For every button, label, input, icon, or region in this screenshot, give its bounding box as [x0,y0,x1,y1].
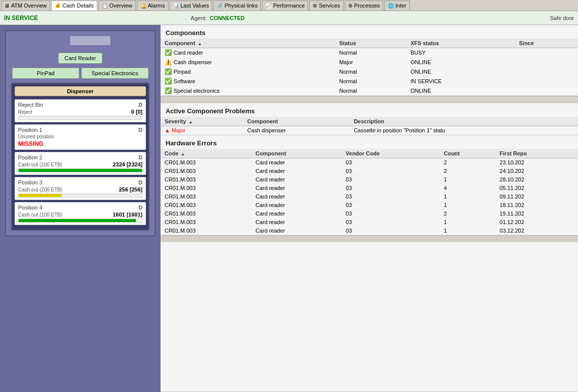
middle-buttons-area: PinPad Special Electronics [11,68,150,79]
table-row: CR01.M.003 Card reader 03 1 01.12.202 [161,218,578,227]
card-reader-button[interactable]: Card Reader [58,53,103,64]
col-component[interactable]: Component ▲ [161,39,335,48]
right-panel: Components Component ▲ Status XFS status… [161,25,578,392]
tab-alarms[interactable]: 🔔 Alarms [137,1,169,11]
position-4-progress [18,219,142,223]
col-vendor-code[interactable]: Vendor Code [342,149,440,158]
col-first-rep[interactable]: First Repo [496,149,578,158]
cassette-position-3: Position 3 D Cash out (200 ETB) 256 [256… [15,177,146,200]
col-severity[interactable]: Severity ▲ [161,117,243,126]
components-title: Components [161,25,578,39]
table-row: ✅ Card reader Normal BUSY [161,48,578,58]
col-count[interactable]: Count [440,149,495,158]
dispenser-container: Dispenser Reject Bin D Reject 0 [0] [11,83,150,231]
table-row: ▲ Major Cash dispenser Cassette in posit… [161,126,578,135]
col-status[interactable]: Status [335,39,406,48]
status-ok-icon: ✅ [165,78,172,85]
alarm-icon: 🔔 [140,3,147,9]
col-description[interactable]: Description [350,117,578,126]
table-row: CR01.M.003 Card reader 03 2 23.10.202 [161,158,578,167]
cassette-position-4: Position 4 D Cash out (100 ETB) 1601 [16… [15,202,146,225]
problems-table: Severity ▲ Component Description ▲ Major… [161,117,578,135]
performance-icon: 📈 [265,3,271,9]
errors-scroll[interactable]: Code ▲ Component Vendor Code Count First… [161,149,578,235]
service-state: IN SERVICE [4,15,38,22]
errors-title: Hardware Errors [161,135,578,149]
table-row: CR01.M.003 Card reader 03 2 24.10.202 [161,167,578,175]
errors-hscroll[interactable] [161,235,578,242]
status-ok-icon: ✅ [165,68,172,75]
tab-inter[interactable]: 🌐 Inter [384,1,410,11]
components-scroll[interactable]: Component ▲ Status XFS status Since ✅ Ca… [161,39,578,96]
chart-icon: 📊 [173,3,179,9]
col-component[interactable]: Component [251,149,342,158]
severity-major-icon: ▲ Major [165,127,185,133]
table-row: CR01.M.003 Card reader 03 4 05.11.202 [161,184,578,192]
pinpad-button[interactable]: PinPad [12,68,79,79]
table-row: ⚠️ Cash dispenser Major ONLINE [161,58,578,67]
special-electronics-button[interactable]: Special Electronics [81,68,149,79]
table-row: CR01.M.003 Card reader 03 1 09.11.202 [161,192,578,201]
table-row: ✅ Special electronics Normal ONLINE [161,86,578,96]
tab-services[interactable]: ⚙ Services [309,1,343,11]
table-row: CR01.M.003 Card reader 03 1 03.12.202 [161,227,578,235]
tab-physical-links[interactable]: 🔗 Physical links [213,1,261,11]
main-layout: Card Reader PinPad Special Electronics D… [0,25,578,392]
tab-performance[interactable]: 📈 Performance [262,1,308,11]
overview-icon: 📋 [102,3,108,9]
agent-status: Agent: CONNECTED [191,15,245,21]
status-ok-icon: ✅ [165,49,172,56]
atm-diagram: Card Reader PinPad Special Electronics D… [5,30,156,237]
tab-cash-details[interactable]: 💰 Cash Details [51,1,97,11]
link-icon: 🔗 [217,3,223,9]
components-section: Components Component ▲ Status XFS status… [161,25,578,103]
inter-icon: 🌐 [388,3,394,9]
components-table: Component ▲ Status XFS status Since ✅ Ca… [161,39,578,96]
components-hscroll[interactable] [161,96,578,103]
tab-last-values[interactable]: 📊 Last Values [170,1,213,11]
table-row: ✅ Software Normal IN SERVICE [161,77,578,86]
col-since[interactable]: Since [515,39,578,48]
col-xfs[interactable]: XFS status [406,39,515,48]
tab-overview[interactable]: 📋 Overview [98,1,136,11]
position-2-progress [18,168,142,172]
tab-bar: 🖥 ATM Overview 💰 Cash Details 📋 Overview… [0,0,578,11]
cassette-position-2: Position 2 D Cash out (100 ETB) 2324 [23… [15,152,146,175]
problems-section: Active Component Problems Severity ▲ Com… [161,103,578,135]
status-warn-icon: ⚠️ [165,59,172,66]
status-ok-icon: ✅ [165,87,172,94]
processes-icon: ⚙ [348,3,353,9]
cash-icon: 💰 [55,3,61,8]
table-row: CR01.M.003 Card reader 03 1 28.10.202 [161,175,578,184]
errors-table: Code ▲ Component Vendor Code Count First… [161,149,578,235]
monitor-icon: 🖥 [5,3,10,9]
problems-scroll[interactable]: Severity ▲ Component Description ▲ Major… [161,117,578,135]
cassette-position-1: Position 1 D Unused position MISSING [15,124,146,150]
col-code[interactable]: Code ▲ [161,149,251,158]
dispenser-header: Dispenser [15,86,146,96]
left-panel: Card Reader PinPad Special Electronics D… [0,25,161,392]
safe-door-status: Safe door [550,15,574,21]
table-row: ✅ Pinpad Normal ONLINE [161,67,578,77]
position-3-progress [18,193,142,198]
tab-processes[interactable]: ⚙ Processes [345,1,383,11]
services-icon: ⚙ [313,3,317,9]
cassette-reject-bin: Reject Bin D Reject 0 [0] [15,99,146,122]
status-bar: IN SERVICE Agent: CONNECTED Safe door [0,11,578,25]
table-row: CR01.M.003 Card reader 03 2 19.11.202 [161,210,578,218]
tab-atm-overview[interactable]: 🖥 ATM Overview [1,1,50,11]
errors-section: Hardware Errors Code ▲ Component Vendor … [161,135,578,392]
reject-bin-progress [18,116,142,120]
card-reader-area: Card Reader [11,36,150,64]
table-row: CR01.M.003 Card reader 03 1 18.11.202 [161,201,578,210]
col-component[interactable]: Component [243,117,350,126]
problems-title: Active Component Problems [161,103,578,117]
